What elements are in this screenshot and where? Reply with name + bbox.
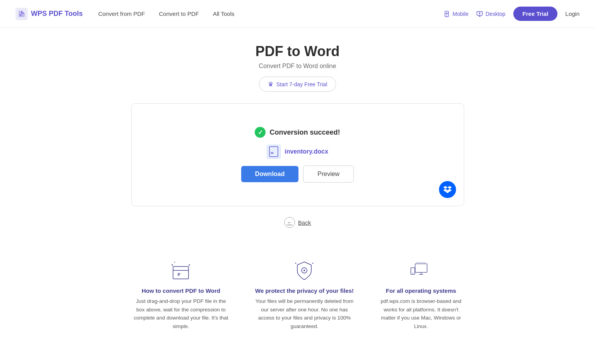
conversion-box: ✓ Conversion succeed! W inventory.docx D… (131, 103, 464, 206)
success-row: ✓ Conversion succeed! (255, 127, 340, 138)
file-row: W inventory.docx (267, 145, 328, 159)
file-icon: W (267, 145, 281, 159)
devices-icon (409, 259, 432, 282)
desktop-btn[interactable]: Desktop (476, 10, 505, 17)
feature-how-to: P How to convert PDF to Word Just drag-a… (131, 251, 231, 330)
header: P WPS PDF Tools Convert from PDF Convert… (0, 0, 595, 28)
logo[interactable]: P WPS PDF Tools (15, 8, 83, 20)
download-button[interactable]: Download (241, 166, 298, 182)
back-arrow-icon: ← (284, 217, 295, 228)
desktop-label: Desktop (485, 11, 505, 17)
feature-how-to-desc: Just drag-and-drop your PDF file in the … (131, 297, 231, 330)
svg-rect-11 (173, 267, 189, 279)
nav-all-tools[interactable]: All Tools (213, 10, 235, 17)
trial-button-label: Start 7-day Free Trial (276, 81, 328, 87)
back-row[interactable]: ← Back (131, 217, 464, 228)
svg-text:P: P (20, 14, 22, 17)
feature-privacy-icon-wrap (254, 251, 355, 282)
logo-text: WPS PDF Tools (31, 10, 83, 18)
svg-point-21 (304, 270, 305, 271)
feature-privacy-desc: Your files will be permanently deleted f… (254, 297, 355, 330)
svg-text:P: P (178, 273, 180, 277)
filename: inventory.docx (285, 148, 328, 155)
logo-icon: P (15, 8, 28, 20)
back-label: Back (298, 219, 311, 226)
success-text: Conversion succeed! (269, 128, 340, 137)
feature-os: For all operating systems pdf.wps.com is… (378, 251, 464, 330)
mobile-label: Mobile (453, 11, 468, 17)
trial-button[interactable]: ♛ Start 7-day Free Trial (259, 77, 336, 92)
mobile-btn[interactable]: Mobile (443, 10, 468, 17)
feature-os-desc: pdf.wps.com is browser-based and works f… (378, 297, 464, 330)
svg-text:W: W (271, 151, 274, 155)
crown-icon: ♛ (268, 80, 273, 88)
free-trial-button[interactable]: Free Trial (513, 7, 558, 21)
shield-lock-icon (293, 259, 316, 282)
dropbox-fab[interactable] (439, 181, 456, 198)
nav-convert-from-pdf[interactable]: Convert from PDF (98, 10, 145, 17)
svg-rect-26 (415, 264, 427, 272)
main-content: PDF to Word Convert PDF to Word online ♛… (123, 28, 472, 354)
svg-rect-29 (411, 268, 415, 274)
mobile-icon (443, 10, 450, 17)
feature-how-to-title: How to convert PDF to Word (131, 287, 231, 294)
docx-file-icon: W (269, 146, 278, 157)
action-row: Download Preview (241, 166, 354, 183)
feature-privacy-title: We protect the privacy of your files! (254, 287, 355, 294)
feature-privacy: We protect the privacy of your files! Yo… (254, 251, 355, 330)
desktop-icon (476, 10, 483, 17)
feature-how-to-icon-wrap: P (131, 251, 231, 282)
feature-os-icon-wrap (378, 251, 464, 282)
pdf-box-icon: P (169, 259, 192, 282)
page-title: PDF to Word (131, 43, 464, 60)
features-section: P How to convert PDF to Word Just drag-a… (131, 251, 464, 330)
preview-button[interactable]: Preview (303, 166, 354, 183)
login-link[interactable]: Login (565, 10, 580, 17)
page-subtitle: Convert PDF to Word online (131, 63, 464, 70)
nav: Convert from PDF Convert to PDF All Tool… (98, 10, 443, 17)
nav-convert-to-pdf[interactable]: Convert to PDF (159, 10, 199, 17)
feature-os-title: For all operating systems (378, 287, 464, 294)
success-icon: ✓ (255, 127, 266, 138)
header-right: Mobile Desktop Free Trial Login (443, 7, 580, 21)
dropbox-icon (443, 185, 452, 194)
